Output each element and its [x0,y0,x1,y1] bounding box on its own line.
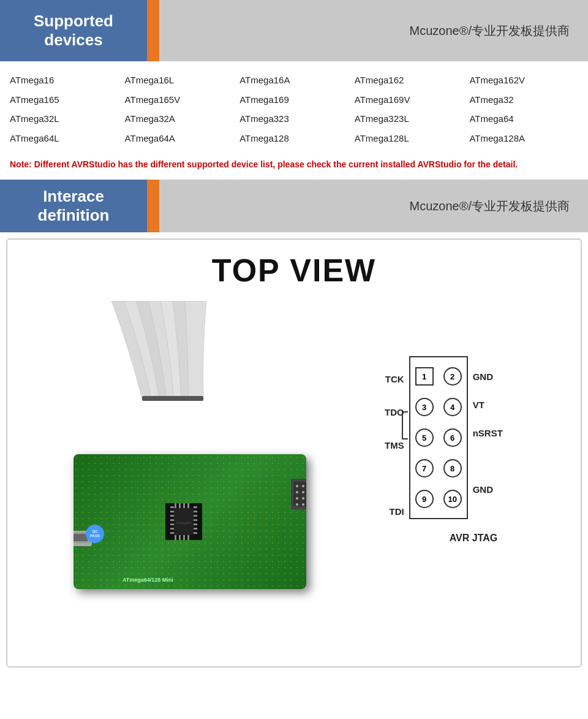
svg-rect-3 [170,506,174,508]
svg-point-33 [296,491,298,493]
svg-rect-7 [170,523,174,525]
pcb-board-visual: ATmega64 [74,368,331,601]
interface-brand: Mcuzone®/专业开发板提供商 [159,180,588,232]
jtag-box-wrapper: 12345678910 [409,356,468,519]
note-section: Note: Different AVRStudio has the differ… [0,153,588,180]
svg-rect-5 [170,515,174,517]
jtag-right-labels: GNDVTnSRSTGND [468,356,503,503]
device-item: ATmega128L [355,131,464,146]
pcb-main-board: ATmega64 [74,454,306,589]
svg-rect-17 [175,503,176,508]
header-brand: Mcuzone®/专业开发板提供商 [159,0,588,61]
jtag-right-label-0: GND [473,362,503,390]
device-item: ATmega16A [239,72,349,88]
device-item: ATmega169V [355,92,464,108]
interface-header: Interace definition Mcuzone®/专业开发板提供商 [0,180,588,232]
device-item: ATmega162V [469,72,578,88]
svg-point-36 [302,497,304,500]
orange-divider-2 [147,180,159,232]
device-item: ATmega16 [10,72,119,88]
svg-rect-8 [170,528,174,530]
pcb-ic-chip: ATmega64 [165,503,202,540]
svg-rect-13 [194,519,197,521]
svg-rect-15 [194,528,197,530]
jtag-left-label-0: TCK [385,365,404,393]
device-item: ATmega64L [10,131,119,146]
jtag-pin-cell-left-4: 9 [415,485,434,513]
tms-bracket [402,411,408,439]
supported-devices-header: Supported devices Mcuzone®/专业开发板提供商 [0,0,588,61]
device-item: ATmega64A [125,131,234,146]
svg-point-35 [296,497,298,500]
jtag-pin-8: 8 [443,459,462,477]
jtag-right-label-3 [473,447,503,475]
jtag-pin-6: 6 [443,428,462,447]
jtag-left-labels: TCKTDOTMSTDI [385,356,409,528]
device-item: ATmega323L [355,111,464,127]
pcb-board-label: ATmega64/128 Mini [123,577,173,583]
jtag-left-label-3 [385,464,404,492]
jtag-pin-1: 1 [415,367,434,386]
top-view-title: TOP VIEW [20,252,568,289]
jtag-pin-10: 10 [443,490,462,508]
svg-rect-19 [183,503,185,508]
pcb-jtag-connector [291,479,306,509]
svg-rect-24 [187,535,189,540]
jtag-connector-area: TCKTDOTMSTDI 12345678910 GNDVTnSRSTGND [385,356,562,528]
svg-rect-20 [187,503,189,508]
svg-point-31 [296,485,298,487]
device-item: ATmega32L [10,111,119,127]
jtag-pins-grid: 12345678910 [409,356,468,519]
jtag-pin-cell-right-4: 10 [443,485,462,513]
svg-point-37 [296,503,298,506]
svg-rect-23 [183,535,185,540]
jtag-diagram: TCKTDOTMSTDI 12345678910 GNDVTnSRSTGND A… [385,301,568,544]
pcb-qc-label: QC PASS [86,525,104,543]
jtag-title: AVR JTAG [385,533,562,544]
jtag-left-label-4: TDI [385,497,404,525]
jtag-pin-2: 2 [443,367,462,386]
jtag-right-label-4: GND [473,475,503,503]
device-item: ATmega64 [469,111,578,127]
jtag-pin-4: 4 [443,398,462,416]
connector-svg [291,479,306,512]
svg-rect-30 [293,482,306,506]
svg-rect-22 [179,535,181,540]
svg-point-38 [302,503,304,506]
jtag-pin-cell-right-0: 2 [443,362,462,390]
svg-rect-16 [194,532,197,534]
jtag-pin-3: 3 [415,398,434,416]
svg-rect-18 [179,503,181,508]
top-view-content: ATmega64 [20,301,568,620]
svg-rect-9 [170,532,174,534]
device-item: ATmega128A [469,131,578,146]
supported-devices-title: Supported devices [0,0,147,61]
jtag-pin-cell-right-1: 4 [443,393,462,421]
jtag-pin-cell-left-3: 7 [415,454,434,482]
orange-divider [147,0,159,61]
device-item: ATmega165V [125,92,234,108]
jtag-pin-9: 9 [415,490,434,508]
jtag-pin-7: 7 [415,459,434,477]
svg-rect-6 [170,519,174,521]
device-grid: ATmega16ATmega16LATmega16AATmega162ATmeg… [10,72,578,146]
device-item: ATmega169 [239,92,349,108]
svg-rect-10 [194,506,197,508]
jtag-right-label-1: VT [473,390,503,419]
jtag-pin-cell-left-1: 3 [415,393,434,421]
svg-point-34 [302,491,304,493]
svg-rect-4 [170,511,174,512]
jtag-right-label-2: nSRST [473,419,503,447]
svg-rect-12 [194,515,197,517]
jtag-pin-cell-left-2: 5 [415,424,434,452]
svg-rect-21 [175,535,176,540]
device-item: ATmega162 [355,72,464,88]
svg-point-32 [302,485,304,487]
device-item: ATmega165 [10,92,119,108]
device-item: ATmega32A [125,111,234,127]
jtag-pin-cell-right-3: 8 [443,454,462,482]
jtag-pin-5: 5 [415,428,434,447]
device-item: ATmega16L [125,72,234,88]
note-text: Note: Different AVRStudio has the differ… [10,158,578,171]
svg-rect-14 [194,523,197,525]
